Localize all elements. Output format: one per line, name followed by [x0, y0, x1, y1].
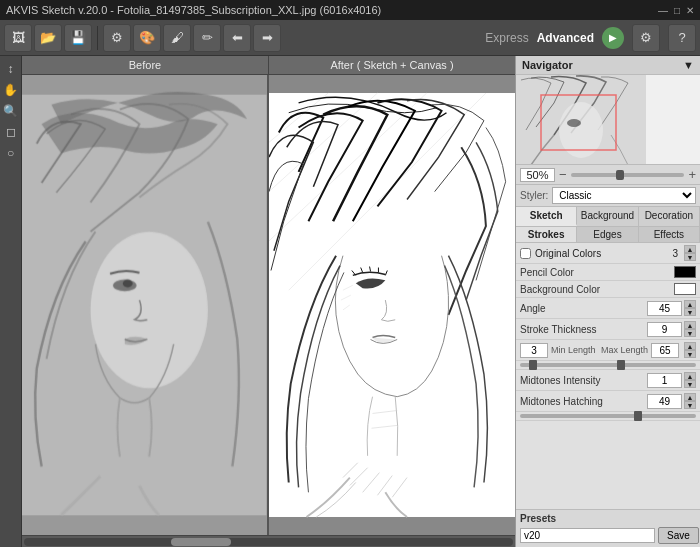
navigator-zoom-bar: 50% − +	[516, 165, 700, 185]
original-colors-arrows[interactable]: ▲ ▼	[684, 245, 696, 261]
tool-bar-settings[interactable]: ⚙	[632, 24, 660, 52]
presets-section: Presets Save Delete	[516, 509, 700, 547]
navigator-preview[interactable]	[516, 75, 700, 165]
minmax-slider[interactable]	[520, 363, 696, 367]
tool-help[interactable]: ?	[668, 24, 696, 52]
tool-zoom[interactable]: 🔍	[2, 102, 20, 120]
midtones-slider-row	[516, 412, 700, 421]
stroke-thickness-up[interactable]: ▲	[684, 321, 696, 329]
tab-background[interactable]: Background	[577, 207, 638, 226]
tool-palette[interactable]: 🎨	[133, 24, 161, 52]
express-mode-label[interactable]: Express	[485, 31, 528, 45]
background-color-row: Background Color	[516, 281, 700, 298]
original-colors-value: 3	[672, 248, 678, 259]
tool-pencil[interactable]: ✏	[193, 24, 221, 52]
background-color-swatch[interactable]	[674, 283, 696, 295]
stroke-thickness-down[interactable]: ▼	[684, 329, 696, 337]
midtones-hatching-down[interactable]: ▼	[684, 401, 696, 409]
midtones-hatching-input[interactable]	[647, 394, 682, 409]
maxlength-up[interactable]: ▲	[684, 342, 696, 350]
midtones-thumb[interactable]	[634, 411, 642, 421]
tool-hand[interactable]: ✋	[2, 81, 20, 99]
zoom-slider[interactable]	[571, 173, 685, 177]
midtones-intensity-up[interactable]: ▲	[684, 372, 696, 380]
subtab-edges[interactable]: Edges	[577, 227, 638, 242]
max-length-label: Max Length	[601, 345, 648, 355]
canvas-area: Before After ( Sketch + Canvas )	[22, 56, 515, 547]
run-button[interactable]: ▶	[602, 27, 624, 49]
navigator-title: Navigator	[522, 59, 573, 71]
app-title: AKVIS Sketch v.20.0 - Fotolia_81497385_S…	[6, 4, 381, 16]
tool-arrow-left[interactable]: ⬅	[223, 24, 251, 52]
original-colors-checkbox[interactable]	[520, 248, 531, 259]
tab-sketch[interactable]: Sketch	[516, 207, 577, 226]
zoom-value[interactable]: 50%	[520, 168, 555, 182]
midtones-hatching-arrows[interactable]: ▲ ▼	[684, 393, 696, 409]
midtones-hatching-row: Midtones Hatching ▲ ▼	[516, 391, 700, 412]
tool-brush[interactable]: 🖌	[163, 24, 191, 52]
pencil-color-label: Pencil Color	[520, 267, 674, 278]
presets-input[interactable]	[520, 528, 655, 543]
tool-file[interactable]: 📂	[34, 24, 62, 52]
minmax-thumb2[interactable]	[617, 360, 625, 370]
zoom-in-icon[interactable]: +	[688, 167, 696, 182]
pencil-color-row: Pencil Color	[516, 264, 700, 281]
angle-down[interactable]: ▼	[684, 308, 696, 316]
zoom-out-icon[interactable]: −	[559, 167, 567, 182]
tool-rect[interactable]: ◻	[2, 123, 20, 141]
canvas-before	[22, 75, 269, 535]
svg-point-3	[123, 280, 133, 288]
midtones-intensity-input[interactable]	[647, 373, 682, 388]
stroke-thickness-arrows[interactable]: ▲ ▼	[684, 321, 696, 337]
tool-arrow-right[interactable]: ➡	[253, 24, 281, 52]
minmax-slider-row	[516, 361, 700, 370]
max-length-input[interactable]	[651, 343, 679, 358]
subtab-effects[interactable]: Effects	[639, 227, 700, 242]
right-panel: Navigator ▼	[515, 56, 700, 547]
after-image	[269, 75, 516, 535]
midtones-hatching-up[interactable]: ▲	[684, 393, 696, 401]
original-colors-up[interactable]: ▲	[684, 245, 696, 253]
scrollbar-track	[24, 538, 513, 546]
tool-open[interactable]: 🖼	[4, 24, 32, 52]
original-colors-down[interactable]: ▼	[684, 253, 696, 261]
minimize-button[interactable]: —	[658, 5, 668, 16]
angle-up[interactable]: ▲	[684, 300, 696, 308]
subtab-strokes[interactable]: Strokes	[516, 227, 577, 242]
tool-settings[interactable]: ⚙	[103, 24, 131, 52]
maximize-button[interactable]: □	[674, 5, 680, 16]
original-colors-row: Original Colors 3 ▲ ▼	[516, 243, 700, 264]
save-preset-button[interactable]: Save	[658, 527, 699, 544]
advanced-mode-label[interactable]: Advanced	[537, 31, 594, 45]
canvas-view[interactable]	[22, 75, 515, 535]
midtones-intensity-label: Midtones Intensity	[520, 375, 647, 386]
tool-save[interactable]: 💾	[64, 24, 92, 52]
maxlength-arrows[interactable]: ▲ ▼	[684, 342, 696, 358]
maxlength-down[interactable]: ▼	[684, 350, 696, 358]
min-length-input[interactable]	[520, 343, 548, 358]
svg-rect-26	[646, 75, 700, 165]
tab-decoration[interactable]: Decoration	[639, 207, 700, 226]
close-button[interactable]: ✕	[686, 5, 694, 16]
styler-select[interactable]: Classic	[552, 187, 696, 204]
navigator-collapse-icon[interactable]: ▼	[683, 59, 694, 71]
svg-point-28	[567, 119, 581, 127]
minmax-thumb[interactable]	[529, 360, 537, 370]
midtones-intensity-arrows[interactable]: ▲ ▼	[684, 372, 696, 388]
midtones-intensity-down[interactable]: ▼	[684, 380, 696, 388]
window-controls[interactable]: — □ ✕	[658, 5, 694, 16]
min-length-label: Min Length	[551, 345, 596, 355]
zoom-thumb[interactable]	[616, 170, 624, 180]
scrollbar-thumb[interactable]	[171, 538, 231, 546]
midtones-slider[interactable]	[520, 414, 696, 418]
pencil-color-swatch[interactable]	[674, 266, 696, 278]
minmax-row: Min Length Max Length ▲ ▼	[516, 340, 700, 361]
angle-arrows[interactable]: ▲ ▼	[684, 300, 696, 316]
tool-move[interactable]: ↕	[2, 60, 20, 78]
stroke-thickness-input[interactable]	[647, 322, 682, 337]
toolbar: 🖼 📂 💾 ⚙ 🎨 🖌 ✏ ⬅ ➡ Express Advanced ▶ ⚙ ?	[0, 20, 700, 56]
canvas-scrollbar[interactable]	[22, 535, 515, 547]
tool-circle[interactable]: ○	[2, 144, 20, 162]
styler-label: Styler:	[520, 190, 548, 201]
angle-input[interactable]	[647, 301, 682, 316]
